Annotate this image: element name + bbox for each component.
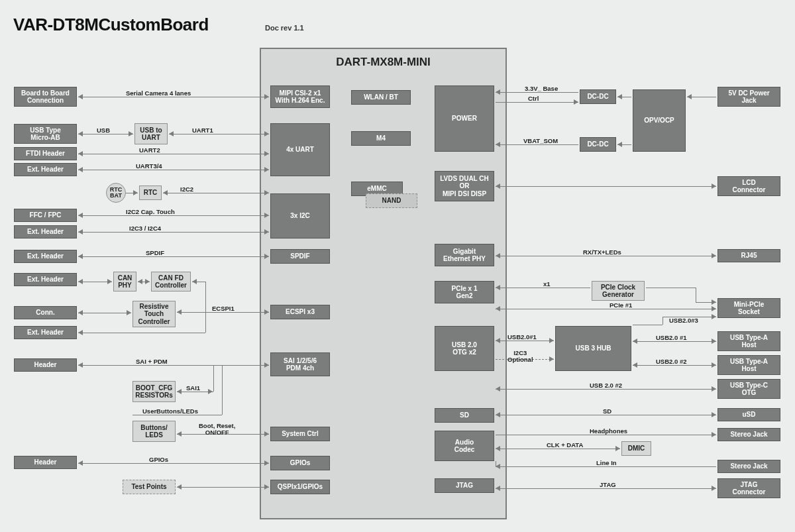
arrow-left-icon [78,254,83,259]
diagram-canvas: VAR-DT8MCustomBoard Doc rev 1.1 DART-MX8… [0,0,795,532]
arrow-left-icon [138,279,142,284]
line [496,309,716,309]
blk-ext-i2c: Ext. Header [14,225,77,239]
arrow-left-icon [177,389,182,394]
arrow-right-icon [712,184,716,189]
lbl-hp: Headphones [590,427,627,435]
line [78,97,269,97]
blk-dcdc2: DC-DC [580,137,616,152]
arrow-left-icon [78,330,83,335]
doc-rev: Doc rev 1.1 [265,24,304,32]
arrow-left-icon [177,431,182,437]
som-pcie: PCIe x 1Gen2 [435,281,494,303]
lbl-userbtn: UserButtons/LEDs [142,407,198,415]
line [633,325,662,325]
arrow-left-icon [177,484,182,490]
lbl-i2c3opt: I2C3Optional [507,350,533,363]
som-m4: M4 [351,131,411,146]
line [132,415,222,415]
arrow-left-icon [496,306,500,311]
line [496,341,554,341]
arrow-right-icon [712,253,716,258]
arrow-right-icon [549,338,554,343]
arrow-left-icon [78,131,83,136]
arrow-left-icon [496,412,500,417]
som-sai: SAI 1/2/5/6PDM 4ch [270,352,330,376]
line [496,461,496,466]
som-audio: AudioCodec [435,431,494,461]
blk-rj45: RJ45 [717,249,780,262]
line [78,333,205,333]
blk-jtag-conn: JTAGConnector [717,478,780,498]
blk-rtc: RTC [139,186,162,200]
blk-ext-ecspi: Ext. Header [14,326,77,339]
line [205,312,206,333]
lbl-uart34: UART3/4 [136,162,162,170]
arrow-right-icon [712,339,716,344]
lbl-i2c2: I2C2 [180,186,193,193]
blk-btn-led: Buttons/LEDS [132,421,176,442]
arrow-left-icon [78,460,83,466]
line [163,193,269,193]
line [496,92,578,93]
line [78,463,269,464]
line [177,312,269,313]
blk-can-fd: CAN FDController [151,272,191,292]
som-eth: GigabitEthernet PHY [435,244,494,266]
lbl-usb: USB [97,127,110,134]
blk-rtc-bat: RTCBAT [106,183,126,203]
lbl-usb20s2: USB2.0 #2 [656,358,686,365]
blk-usba1: USB Type-AHost [717,331,780,351]
arrow-right-icon [208,389,213,394]
blk-testpts: Test Points [123,480,176,494]
lbl-linein: Line In [596,459,617,466]
arrow-left-icon [496,464,500,469]
blk-ext-uart: Ext. Header [14,163,77,176]
blk-usb-micro: USB TypeMicro-AB [14,124,77,144]
arrow-left-icon [617,142,622,147]
som-ecspi: ECSPI x3 [270,305,330,319]
arrow-left-icon [78,167,83,172]
arrow-right-icon [129,131,133,136]
arrow-left-icon [192,279,197,284]
arrow-right-icon [127,310,131,315]
som-jtag: JTAG [435,478,494,493]
blk-ffc: FFC / FPC [14,209,77,222]
blk-ext-spdif: Ext. Header [14,250,77,263]
arrow-left-icon [496,184,500,189]
lbl-sd: SD [603,407,611,415]
line [496,102,578,103]
lbl-spdif: SPDIF [146,249,164,256]
blk-dmic: DMIC [621,441,651,456]
blk-can-phy: CANPHY [113,272,136,292]
arrow-left-icon [496,253,500,258]
som-lvds: LVDS DUAL CHORMIPI DSI DISP [435,171,494,201]
arrow-right-icon [615,446,620,451]
arrow-right-icon [574,99,578,105]
arrow-right-icon [712,432,716,437]
blk-usd: uSD [717,408,780,421]
blk-pwrjack: 5V DC PowerJack [717,87,780,107]
line [496,144,578,145]
blk-hdr-sai: Header [14,358,77,372]
lbl-usb202: USB 2.0 #2 [590,382,622,389]
arrow-right-icon [145,279,150,284]
lbl-i2c34: I2C3 / I2C4 [129,225,161,232]
arrow-right-icon [712,412,716,417]
arrow-right-icon [264,362,269,368]
lbl-uart1: UART1 [192,127,213,134]
arrow-right-icon [107,279,112,284]
blk-res-touch: ResistiveTouchController [132,301,176,327]
line [78,313,131,313]
arrow-left-icon [617,94,622,99]
line [213,365,214,392]
line [496,288,590,288]
som-power: POWER [435,85,494,152]
blk-opv: OPV/OCP [633,89,686,152]
arrow-left-icon [78,279,83,284]
arrow-left-icon [496,89,500,95]
arrow-left-icon [687,94,692,99]
arrow-left-icon [496,446,500,451]
blk-sjack2: Stereo Jack [717,460,780,473]
blk-usb2uart: USB toUART [134,123,168,144]
